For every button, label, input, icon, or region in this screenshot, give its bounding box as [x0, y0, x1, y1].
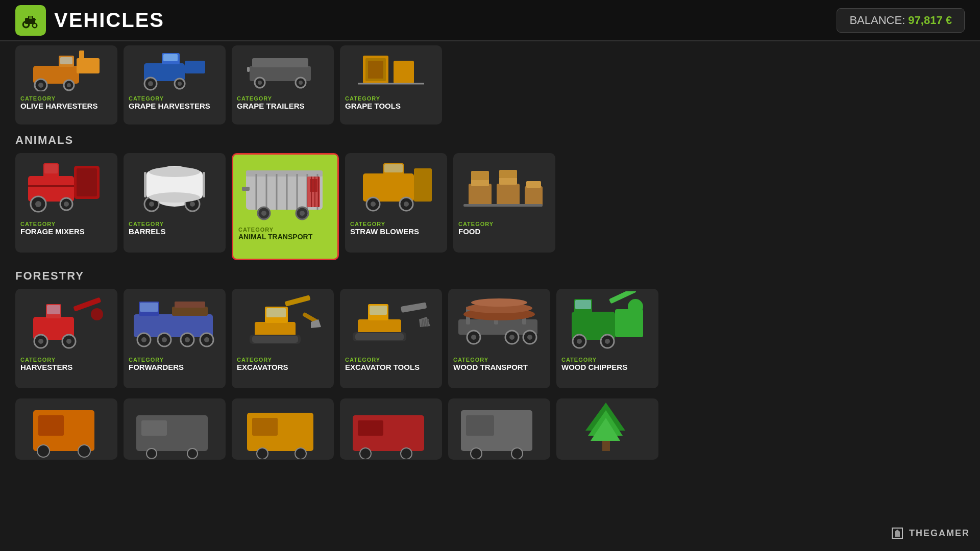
card-category-label: CATEGORY: [20, 357, 112, 363]
svg-point-80: [404, 202, 409, 207]
card-info: CATEGORY STRAW BLOWERS: [345, 217, 447, 240]
card-info: CATEGORY OLIVE HARVESTERS: [15, 91, 117, 115]
category-card-grape-trailers[interactable]: CATEGORY GRAPE TRAILERS: [232, 45, 334, 124]
card-name: HARVESTERS: [20, 363, 112, 372]
svg-point-161: [187, 448, 198, 459]
card-info: CATEGORY EXCAVATOR TOOLS: [340, 353, 442, 376]
category-card-straw-blowers[interactable]: CATEGORY STRAW BLOWERS: [345, 153, 447, 253]
card-image: [232, 289, 334, 353]
svg-point-101: [91, 308, 103, 320]
svg-point-169: [401, 448, 412, 459]
svg-point-172: [471, 448, 482, 459]
card-category-label: CATEGORY: [20, 221, 112, 227]
svg-rect-26: [252, 58, 308, 67]
forestry-grid: CATEGORY HARVESTERS: [15, 289, 965, 388]
header: VEHICLES BALANCE: 97,817 €: [0, 0, 980, 41]
bottom-card-2[interactable]: [124, 398, 226, 460]
thegamer-watermark: THEGAMER: [890, 525, 970, 541]
category-card-excavator-tools[interactable]: CATEGORY EXCAVATOR TOOLS: [340, 289, 442, 388]
svg-point-68: [261, 211, 266, 216]
card-info: CATEGORY GRAPE HARVESTERS: [124, 91, 226, 115]
category-card-grape-tools[interactable]: CATEGORY GRAPE TOOLS: [340, 45, 442, 124]
category-card-wood-transport[interactable]: CATEGORY WOOD TRANSPORT: [448, 289, 550, 388]
bottom-card-6[interactable]: [556, 398, 658, 460]
category-card-excavators[interactable]: CATEGORY EXCAVATORS: [232, 289, 334, 388]
card-image: [124, 153, 226, 217]
svg-rect-167: [358, 420, 383, 436]
svg-rect-56: [203, 172, 205, 197]
svg-point-19: [148, 81, 153, 86]
card-category-label: CATEGORY: [345, 357, 437, 363]
svg-rect-120: [285, 295, 311, 307]
category-card-wood-chippers[interactable]: CATEGORY WOOD CHIPPERS: [556, 289, 658, 388]
card-image: [124, 45, 226, 91]
svg-rect-16: [79, 51, 84, 61]
category-card-barrels[interactable]: CATEGORY BARRELS: [124, 153, 226, 253]
svg-rect-99: [47, 305, 60, 314]
card-info: CATEGORY WOOD TRANSPORT: [448, 353, 550, 376]
card-info: CATEGORY FOOD: [453, 217, 555, 240]
svg-point-165: [295, 448, 306, 459]
card-name: ANIMAL TRANSPORT: [238, 233, 332, 241]
category-card-olive-harvesters[interactable]: CATEGORY OLIVE HARVESTERS: [15, 45, 117, 124]
card-category-label: CATEGORY: [20, 95, 112, 102]
category-card-grape-harvesters[interactable]: CATEGORY GRAPE HARVESTERS: [124, 45, 226, 124]
balance-display: BALANCE: 97,817 €: [837, 8, 965, 33]
category-card-harvesters[interactable]: CATEGORY HARVESTERS: [15, 289, 117, 388]
card-category-label: CATEGORY: [237, 95, 329, 102]
header-left: VEHICLES: [15, 5, 164, 36]
bottom-card-4[interactable]: [340, 398, 442, 460]
bottom-card-3[interactable]: [232, 398, 334, 460]
card-name: FORAGE MIXERS: [20, 227, 112, 236]
svg-rect-43: [77, 168, 97, 196]
card-category-label: CATEGORY: [561, 357, 653, 363]
card-image: [124, 289, 226, 353]
svg-rect-66: [242, 187, 250, 191]
svg-rect-58: [246, 170, 323, 177]
svg-rect-86: [471, 171, 489, 180]
svg-point-78: [371, 202, 376, 207]
category-card-forwarders[interactable]: CATEGORY FORWARDERS: [124, 289, 226, 388]
svg-rect-33: [394, 61, 414, 84]
card-category-label: CATEGORY: [345, 95, 437, 102]
card-info: CATEGORY ANIMAL TRANSPORT: [233, 223, 337, 244]
svg-point-148: [605, 339, 610, 344]
card-category-label: CATEGORY: [238, 227, 332, 233]
card-image: [556, 289, 658, 353]
card-image: [15, 398, 117, 460]
category-card-animal-transport[interactable]: CATEGORY ANIMAL TRANSPORT: [232, 153, 339, 260]
top-partial-section: CATEGORY OLIVE HARVESTERS CATEGORY: [15, 41, 965, 124]
svg-point-156: [37, 445, 50, 457]
page-title: VEHICLES: [54, 9, 164, 32]
category-card-forage-mixers[interactable]: CATEGORY FORAGE MIXERS: [15, 153, 117, 253]
card-info: CATEGORY GRAPE TRAILERS: [232, 91, 334, 115]
svg-rect-24: [185, 61, 205, 73]
svg-rect-91: [526, 181, 541, 188]
svg-rect-163: [252, 418, 278, 436]
bottom-card-1[interactable]: [15, 398, 117, 460]
svg-point-108: [185, 337, 190, 342]
svg-point-168: [360, 448, 371, 459]
card-info: CATEGORY EXCAVATORS: [232, 353, 334, 376]
card-name: BARRELS: [129, 227, 220, 236]
svg-rect-153: [575, 300, 591, 309]
card-name: OLIVE HARVESTERS: [20, 102, 112, 111]
svg-point-70: [300, 211, 305, 216]
svg-rect-45: [44, 164, 58, 173]
bottom-card-5[interactable]: [448, 398, 550, 460]
svg-point-3: [33, 24, 36, 27]
card-image: [453, 153, 555, 217]
svg-point-39: [35, 201, 41, 207]
svg-rect-127: [401, 302, 427, 313]
card-image: [448, 289, 550, 353]
svg-rect-35: [368, 61, 383, 79]
svg-rect-23: [163, 54, 178, 61]
svg-rect-7: [33, 19, 36, 20]
svg-rect-92: [463, 204, 543, 207]
card-name: FOOD: [458, 227, 550, 236]
category-card-food[interactable]: CATEGORY FOOD: [453, 153, 555, 253]
card-image: [15, 45, 117, 91]
svg-rect-90: [525, 186, 543, 207]
svg-rect-119: [266, 308, 286, 317]
svg-rect-31: [247, 67, 250, 72]
